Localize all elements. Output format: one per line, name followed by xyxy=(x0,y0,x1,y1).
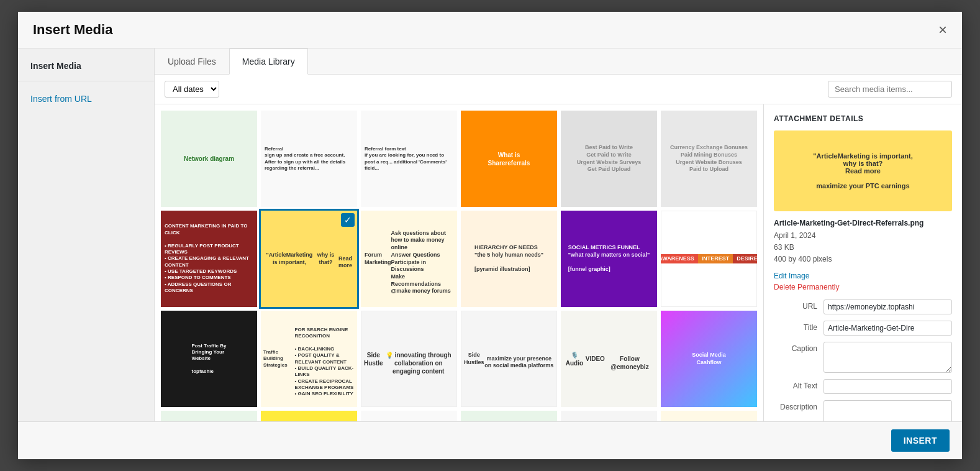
sidebar-item-insert-from-url[interactable]: Insert from URL xyxy=(18,89,154,109)
close-button[interactable]: × xyxy=(938,22,947,37)
modal-footer: INSERT xyxy=(18,421,962,459)
modal-header: Insert Media × xyxy=(18,12,962,48)
url-label: URL xyxy=(774,300,823,311)
title-row: Title xyxy=(774,321,952,336)
url-input[interactable] xyxy=(823,300,952,314)
caption-row: Caption xyxy=(774,342,952,373)
media-item[interactable]: CHAT AIAN AI PAGE 20 STRATEGY TOOL FOR Y… xyxy=(261,411,357,421)
attachment-dimensions: 400 by 400 pixels xyxy=(774,254,952,265)
tab-media-library[interactable]: Media Library xyxy=(229,48,308,75)
search-input[interactable] xyxy=(828,81,952,98)
media-item[interactable]: SEO[search bar graphic] xyxy=(161,411,257,421)
title-label: Title xyxy=(774,321,823,332)
attachment-details-panel: ATTACHMENT DETAILS "ArticleMarketing is … xyxy=(763,104,962,421)
attachment-size: 63 KB xyxy=(774,242,952,254)
media-grid-container: Network diagram Referralsign up and crea… xyxy=(155,104,962,421)
selected-checkmark: ✓ xyxy=(341,213,355,227)
title-input[interactable] xyxy=(823,321,952,336)
attachment-filename: Article-Marketing-Get-Direct-Referrals.p… xyxy=(774,219,952,227)
insert-button[interactable]: INSERT xyxy=(891,429,950,452)
attachment-date: April 1, 2024 xyxy=(774,230,952,242)
url-row: URL xyxy=(774,300,952,314)
media-item[interactable]: SOCIAL METRICS FUNNEL"what really matter… xyxy=(561,211,657,307)
date-filter-select[interactable]: All dates 2024 2023 xyxy=(165,81,219,98)
description-row: Description xyxy=(774,400,952,421)
attachment-thumbnail: "ArticleMarketing is important,why is th… xyxy=(774,130,952,211)
media-item[interactable]: Post Traffic ByBringing YourWebsitetopfa… xyxy=(161,311,257,407)
toolbar: All dates 2024 2023 xyxy=(155,75,962,104)
edit-image-link[interactable]: Edit Image xyxy=(774,272,809,280)
media-item[interactable]: Currency Exchange BonusesPaid Mining Bon… xyxy=(661,111,757,207)
media-item[interactable]: 🎙️ AudioVIDEOFollow @emoneybiz xyxy=(561,311,657,407)
media-item[interactable]: Forum MarketingAsk questions about how t… xyxy=(361,211,457,307)
description-label: Description xyxy=(774,400,823,411)
caption-label: Caption xyxy=(774,342,823,353)
media-item[interactable]: Traffic Building StrategiesFOR SEARCH EN… xyxy=(261,311,357,407)
media-item[interactable]: Side Hustlesmaximize your presence on so… xyxy=(461,311,557,407)
attachment-info: Article-Marketing-Get-Direct-Referrals.p… xyxy=(774,219,952,292)
tab-upload-files[interactable]: Upload Files xyxy=(155,48,229,75)
sidebar: Insert Media Insert from URL xyxy=(18,48,155,421)
media-grid-scroll[interactable]: Network diagram Referralsign up and crea… xyxy=(155,104,763,421)
media-item[interactable]: 🏃 Running figure xyxy=(561,411,657,421)
insert-media-modal: Insert Media × Insert Media Insert from … xyxy=(18,12,962,459)
media-item[interactable]: CONTENT MARKETING IN PAID TO CLICK• REGU… xyxy=(161,211,257,307)
media-item[interactable]: Social MediaCashflow xyxy=(661,311,757,407)
media-item[interactable]: 💵 Money stacks xyxy=(461,411,557,421)
alt-text-label: Alt Text xyxy=(774,379,823,390)
media-item[interactable]: Best Paid to WriteGet Paid to WriteUrgen… xyxy=(561,111,657,207)
modal-overlay: Insert Media × Insert Media Insert from … xyxy=(0,0,980,471)
media-item[interactable]: The AIDA Formula AWARENESS INTEREST DESI… xyxy=(661,211,757,307)
attachment-details-heading: ATTACHMENT DETAILS xyxy=(774,114,952,123)
caption-textarea[interactable] xyxy=(823,342,952,373)
media-item[interactable]: Side Hustle💡 innovating through collabor… xyxy=(361,311,457,407)
sidebar-title: Insert Media xyxy=(18,61,154,81)
modal-title: Insert Media xyxy=(33,22,112,38)
media-item[interactable]: What isSharereferrals xyxy=(461,111,557,207)
media-item[interactable]: Referral form textif you are looking for… xyxy=(361,111,457,207)
description-textarea[interactable] xyxy=(823,400,952,421)
media-item-selected[interactable]: "ArticleMarketing is important,why is th… xyxy=(261,211,357,307)
media-item[interactable]: Network diagram xyxy=(161,111,257,207)
media-item[interactable]: getting traffic to your scam marketers: … xyxy=(361,411,457,421)
delete-permanently-link[interactable]: Delete Permanently xyxy=(774,283,839,291)
main-content: Upload Files Media Library All dates 202… xyxy=(155,48,962,421)
alt-text-row: Alt Text xyxy=(774,379,952,394)
media-item[interactable]: HIERARCHY OF NEEDS"the 5 holy human need… xyxy=(461,211,557,307)
media-grid: Network diagram Referralsign up and crea… xyxy=(161,111,757,421)
tabs: Upload Files Media Library xyxy=(155,48,962,75)
modal-body: Insert Media Insert from URL Upload File… xyxy=(18,48,962,421)
alt-text-input[interactable] xyxy=(823,379,952,394)
media-item[interactable]: 😊 The Best xyxy=(661,411,757,421)
media-item[interactable]: Referralsign up and create a free accoun… xyxy=(261,111,357,207)
